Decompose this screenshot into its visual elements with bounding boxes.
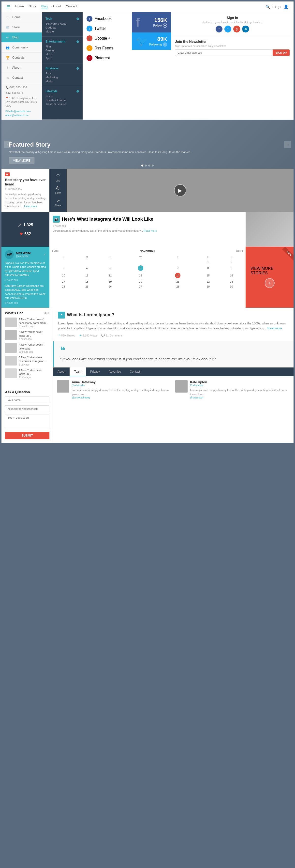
tab-advertise[interactable]: Advertise [104,368,125,376]
newsletter-signup-button[interactable]: SIGN UP [273,50,290,56]
fb-follow[interactable]: Follow + [153,23,167,28]
story-1-read-more[interactable]: Read more [24,205,37,208]
calendar-prev[interactable]: ‹ Oct [52,249,59,253]
twitter-nav-icon[interactable]: t [275,5,276,9]
user-icon[interactable]: 👤 [284,4,289,9]
insta-read-more[interactable]: Read more [143,229,157,232]
ask-question-textarea[interactable] [5,414,50,429]
drop-item-home[interactable]: Home [45,94,79,98]
ask-submit-button[interactable]: SUBMIT [5,432,50,439]
cal-cell-9[interactable]: 9 [220,265,243,272]
tw-following[interactable]: Following ✓ [149,42,167,47]
dot-3[interactable] [148,164,150,166]
cal-cell-27[interactable]: 27 [122,284,159,289]
email-2[interactable]: office@website.com [5,114,38,117]
pinterest-row[interactable]: p Pinterest [85,54,130,62]
cal-cell-2[interactable]: 2 [220,259,243,265]
cal-cell-10[interactable]: 10 [52,272,75,279]
like-button[interactable]: ♡ Like [54,172,62,184]
cal-cell-4[interactable]: 4 [75,265,99,272]
nav-store[interactable]: Store [29,4,36,9]
share-icon-2[interactable]: ↗ [18,222,22,228]
view-more-circle-button[interactable]: › [265,278,274,288]
drop-item-film[interactable]: Film [45,44,79,49]
search-icon[interactable]: 🔍 [266,5,270,9]
cal-cell-15[interactable]: 15 [196,272,220,279]
cal-cell-23[interactable]: 23 [220,279,243,284]
featured-view-more-button[interactable]: VIEW MORE [9,157,34,164]
facebook-row[interactable]: f Facebook [85,14,130,23]
cal-cell-26[interactable]: 26 [99,284,122,289]
drop-item-music[interactable]: Music [45,52,79,56]
team-handle-1[interactable]: @annehathaway [72,396,171,399]
cal-cell-11[interactable]: 11 [75,272,99,279]
drop-item-mobile[interactable]: Mobile [45,30,79,33]
drop-section-tech-title[interactable]: Tech ⊕ [45,17,79,21]
signin-tw-icon[interactable]: t [224,26,231,32]
calendar-next[interactable]: Dec › [236,249,243,253]
nav-blog[interactable]: Blog [41,4,48,9]
hot-dot-1[interactable] [44,312,46,314]
signin-gp-icon[interactable]: g [233,26,240,32]
hot-item-1-text[interactable]: A New Yorker doesn't necessarily come fr… [19,317,50,325]
signin-li-icon[interactable]: in [242,26,249,32]
drop-item-gaming[interactable]: Gaming [45,49,79,52]
sidebar-item-about[interactable]: ℹ About [1,63,42,73]
nav-contact[interactable]: Contact [66,4,77,9]
cal-cell-14[interactable]: 14 [159,272,196,279]
cal-cell-5[interactable]: 5 [99,265,122,272]
signin-fb-icon[interactable]: f [216,26,223,32]
twitter-card[interactable]: 🐦 89K Following ✓ [132,32,171,50]
tab-about[interactable]: About [53,368,70,376]
sidebar-item-home[interactable]: ⌂ Home [1,12,42,22]
drop-item-marketing[interactable]: Marketing [45,75,79,79]
sidebar-item-contests[interactable]: 🏆 Contests [1,53,42,63]
drop-item-travel[interactable]: Travel & Leisure [45,102,79,106]
drop-item-software[interactable]: Software & Apps [45,22,79,26]
cal-cell-3[interactable]: 3 [52,265,75,272]
sidebar-item-blog[interactable]: ✏ Blog [1,32,42,42]
tab-team[interactable]: Team [70,368,86,376]
article-read-more[interactable]: Read more [267,327,282,330]
slider-prev-button[interactable]: ‹ [4,141,11,148]
sidebar-item-contact[interactable]: ✉ Contact [1,73,42,83]
dot-4[interactable] [152,164,154,166]
hot-dot-2[interactable] [47,312,50,314]
dot-2[interactable] [145,164,147,166]
share-button[interactable]: ↗ Share [53,196,63,209]
facebook-nav-icon[interactable]: f [272,5,273,9]
cal-cell-13[interactable]: 13 [122,272,159,279]
cal-cell-30[interactable]: 30 [220,284,243,289]
email-1[interactable]: ✉ hello@website.com [5,110,38,114]
dot-1[interactable] [141,164,143,166]
cal-cell-20[interactable]: 20 [122,279,159,284]
cal-cell[interactable] [159,259,196,265]
team-handle-2[interactable]: @kateupton [190,396,290,399]
cal-cell-25[interactable]: 25 [75,284,99,289]
hamburger-menu[interactable]: ☰ [6,4,10,9]
cal-cell-28[interactable]: 28 [159,284,196,289]
tab-privacy[interactable]: Privacy [86,368,104,376]
cal-cell-12[interactable]: 12 [99,272,122,279]
drop-item-health[interactable]: Health & Fitness [45,98,79,102]
facebook-card[interactable]: f 156K Follow + [132,12,171,32]
tab-contact[interactable]: Contact [125,368,144,376]
cal-cell-8[interactable]: 8 [196,265,220,272]
ask-name-input[interactable] [5,397,50,403]
sidebar-item-store[interactable]: 🛒 Store [1,22,42,32]
cal-cell[interactable] [52,259,75,265]
hot-item-3-text[interactable]: A New Yorker doesn't take cabs [19,343,50,350]
cal-cell[interactable] [99,259,122,265]
newsletter-email-input[interactable] [175,50,273,56]
drop-section-ent-title[interactable]: Entertainment ⊕ [45,40,79,43]
cal-cell-19[interactable]: 19 [99,279,122,284]
cal-cell-18[interactable]: 18 [75,279,99,284]
cal-cell-21[interactable]: 21 [159,279,196,284]
rss-row[interactable]: r Rss Feeds [85,44,130,53]
nav-home[interactable]: Home [15,4,24,9]
cal-cell-22[interactable]: 22 [196,279,220,284]
cal-cell-6[interactable]: 6 [122,265,159,272]
hot-item-5-text[interactable]: A New Yorker never looks up... [19,368,50,376]
view-more-stories[interactable]: NEW VIEW MORE STORIES › [245,247,294,308]
heart-icon-2[interactable]: ♥ [20,231,23,237]
